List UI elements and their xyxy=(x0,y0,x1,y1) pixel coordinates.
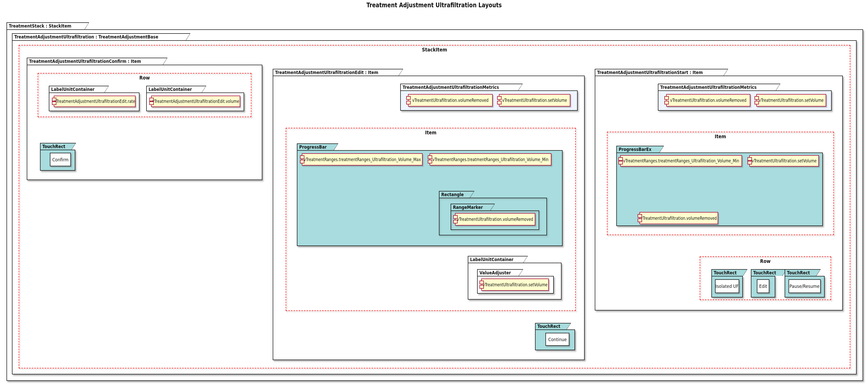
component-edit-rate: vTreatmentAdjustmentUltrafiltrationEdit.… xyxy=(54,96,135,107)
diagram-canvas: Treatment Adjustment Ultrafiltration Lay… xyxy=(0,0,868,384)
frame-treatmentadjustmentultrafiltration-tab: TreatmentAdjustmentUltrafiltration : Tre… xyxy=(12,33,190,40)
frame-treatmentstack-tab: TreatmentStack : StackItem xyxy=(6,22,89,29)
stackitem-label: StackItem xyxy=(19,47,850,53)
frame-confirm-tab: TreatmentAdjustmentUltrafiltrationConfir… xyxy=(27,58,167,65)
frame-start-metrics-tab: TreatmentAdjustmentUltrafiltrationMetric… xyxy=(658,84,780,90)
frame-rangemarker-tab: RangeMarker xyxy=(451,204,495,210)
start-row-label: Row xyxy=(700,258,831,264)
component-edit-volume: vTreatmentAdjustmentUltrafiltrationEdit.… xyxy=(151,96,240,107)
frame-start-tab: TreatmentAdjustmentUltrafiltrationStart … xyxy=(595,69,728,76)
start-item-label: Item xyxy=(607,133,834,140)
pause-resume-button-box: Pause/Resume xyxy=(788,279,821,293)
frame-progressbar-tab: ProgressBar xyxy=(297,143,338,150)
frame-touchrect-continue-tab: TouchRect xyxy=(535,323,571,329)
component-rangemarker-volumeremoved: vTreatmentUltrafiltration.volumeRemoved xyxy=(455,213,535,226)
frame-edit-metrics-tab: TreatmentAdjustmentUltrafiltrationMetric… xyxy=(400,84,523,90)
component-edit-metrics-setvolume: vTreatmentUltrafiltration.setVolume xyxy=(499,94,570,107)
frame-valueadjuster-tab: ValueAdjuster xyxy=(477,269,523,276)
frame-edit-tab: TreatmentAdjustmentUltrafiltrationEdit :… xyxy=(273,69,403,76)
component-progressbar-volume-max: vTreatmentRanges.treatmentRanges_Ultrafi… xyxy=(302,153,423,166)
component-progressbarex-setvolume: vTreatmentUltrafiltration.setVolume xyxy=(749,155,819,167)
confirm-row-label: Row xyxy=(38,75,251,81)
frame-edit-labelunitcontainer-tab: LabelUnitContainer xyxy=(468,256,528,263)
edit-item-label: Item xyxy=(286,129,576,136)
confirm-button-box: Confirm xyxy=(50,153,71,166)
component-progressbarex-volumeremoved: vTreatmentUltrafiltration.volumeRemoved xyxy=(640,212,718,224)
frame-touchrect-isolateduf-tab: TouchRect xyxy=(711,269,747,276)
frame-labelunitcontainer1-tab: LabelUnitContainer xyxy=(49,86,109,92)
component-start-metrics-volumeremoved: vTreatmentUltrafiltration.volumeRemoved xyxy=(666,94,750,107)
frame-touchrect-confirm-tab: TouchRect xyxy=(40,143,76,150)
component-start-metrics-setvolume: vTreatmentUltrafiltration.setVolume xyxy=(756,94,826,107)
diagram-title: Treatment Adjustment Ultrafiltration Lay… xyxy=(0,2,868,9)
frame-touchrect-edit-tab: TouchRect xyxy=(751,269,787,276)
isolated-uf-button-box: Isolated UF xyxy=(715,279,739,293)
frame-labelunitcontainer2-tab: LabelUnitContainer xyxy=(146,86,206,92)
component-edit-metrics-volumeremoved: vTreatmentUltrafiltration.volumeRemoved xyxy=(408,94,493,107)
frame-progressbarex-tab: ProgressBarEx xyxy=(616,146,664,152)
component-progressbarex-volume-min: vTreatmentRanges.treatmentRanges_Ultrafi… xyxy=(620,155,742,167)
component-progressbar-volume-min: vTreatmentRanges.treatmentRanges_Ultrafi… xyxy=(430,153,551,166)
continue-button-box: Continue xyxy=(546,333,569,346)
frame-touchrect-pauseresume-tab: TouchRect xyxy=(785,269,821,276)
frame-rectangle-tab: Rectangle xyxy=(439,191,474,198)
edit-button-box: Edit xyxy=(757,279,769,293)
component-valueadjuster-setvolume: vTreatmentUltrafiltration.setVolume xyxy=(481,278,549,291)
